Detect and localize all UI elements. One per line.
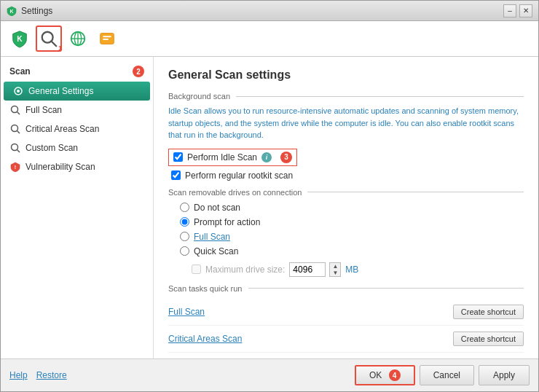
svg-line-16 — [17, 131, 20, 134]
main-panel: General Scan settings Background scan Id… — [154, 57, 538, 358]
radio-full-scan: Full Scan — [180, 232, 524, 242]
bottom-bar: Help Restore OK 4 Cancel Apply — [1, 358, 538, 391]
perform-idle-scan-row: Perform Idle Scan i 3 — [168, 149, 297, 166]
toolbar-protection-icon[interactable]: K — [7, 26, 33, 52]
radio-do-not-scan: Do not scan — [180, 203, 524, 213]
svg-point-15 — [12, 125, 18, 132]
create-shortcut-critical-areas-button[interactable]: Create shortcut — [453, 332, 524, 346]
full-scan-icon — [9, 104, 21, 116]
title-bar-title: K Settings — [7, 6, 52, 16]
main-title: General Scan settings — [168, 68, 524, 82]
title-icon: K — [7, 6, 17, 16]
svg-point-13 — [12, 106, 18, 113]
radio-quick-scan: Quick Scan — [180, 246, 524, 256]
svg-point-12 — [17, 90, 20, 93]
sidebar-item-critical-areas[interactable]: Critical Areas Scan — [1, 119, 153, 138]
help-link[interactable]: Help — [9, 370, 28, 380]
badge-4: 4 — [389, 369, 401, 381]
vulnerability-scan-icon: ! — [9, 161, 21, 173]
idle-scan-info: Idle Scan allows you to run resource-int… — [168, 105, 524, 141]
custom-scan-icon — [9, 142, 21, 154]
removable-scan-section-header: Scan removable drives on connection — [168, 188, 524, 197]
removable-drive-options: Do not scan Prompt for action Full Scan … — [180, 203, 524, 256]
badge-3: 3 — [280, 152, 292, 163]
bg-scan-section-header: Background scan — [168, 92, 524, 101]
perform-idle-scan-checkbox[interactable] — [173, 152, 183, 162]
svg-text:K: K — [9, 9, 13, 14]
apply-button[interactable]: Apply — [479, 365, 530, 385]
toolbar-web-icon[interactable] — [65, 26, 91, 52]
close-button[interactable]: ✕ — [519, 4, 532, 17]
minimize-button[interactable]: – — [503, 4, 516, 17]
bottom-buttons: OK 4 Cancel Apply — [355, 365, 530, 385]
sidebar-section-title: Scan 2 — [1, 63, 153, 82]
toolbar: K 1 — [1, 21, 538, 57]
radio-quick-scan-input[interactable] — [180, 246, 189, 256]
critical-areas-icon — [9, 123, 21, 135]
sidebar-badge: 2 — [133, 66, 144, 77]
spinner-down[interactable]: ▼ — [330, 270, 340, 276]
perform-rootkit-checkbox[interactable] — [171, 170, 181, 180]
radio-prompt-for-action-input[interactable] — [180, 217, 189, 227]
ok-button[interactable]: OK 4 — [355, 365, 415, 385]
svg-rect-9 — [103, 36, 111, 37]
shortcut-row-vulnerability-scan: Vulnerability Scan Create shortcut — [168, 353, 524, 359]
radio-full-scan-input[interactable] — [180, 232, 189, 241]
bottom-links: Help Restore — [9, 370, 67, 380]
svg-line-18 — [17, 150, 20, 153]
title-bar: K Settings – ✕ — [1, 1, 538, 21]
toolbar-update-icon[interactable] — [94, 26, 120, 52]
sidebar: Scan 2 General Settings — [1, 57, 154, 358]
max-drive-input[interactable] — [289, 262, 326, 277]
content-area: Scan 2 General Settings — [1, 57, 538, 358]
max-drive-checkbox[interactable] — [192, 264, 201, 274]
svg-line-14 — [17, 112, 20, 115]
cancel-button[interactable]: Cancel — [420, 365, 474, 385]
svg-line-3 — [52, 42, 57, 47]
svg-point-17 — [12, 144, 18, 151]
radio-prompt-for-action: Prompt for action — [180, 217, 524, 227]
perform-rootkit-row: Perform regular rootkit scan — [171, 170, 524, 181]
svg-text:K: K — [17, 35, 23, 43]
shortcut-row-critical-areas: Critical Areas Scan Create shortcut — [168, 326, 524, 353]
idle-scan-info-icon[interactable]: i — [261, 152, 272, 162]
sidebar-item-custom-scan[interactable]: Custom Scan — [1, 138, 153, 157]
shortcut-table: Full Scan Create shortcut Critical Areas… — [168, 299, 524, 359]
title-bar-controls: – ✕ — [503, 4, 532, 17]
radio-do-not-scan-input[interactable] — [180, 203, 189, 212]
settings-window: K Settings – ✕ K 1 — [0, 0, 539, 392]
sidebar-item-vulnerability-scan[interactable]: ! Vulnerability Scan — [1, 157, 153, 176]
general-settings-icon — [12, 85, 24, 97]
toolbar-scan-icon[interactable]: 1 — [36, 26, 62, 52]
spinner-buttons: ▲ ▼ — [329, 262, 341, 277]
sidebar-item-general-settings[interactable]: General Settings — [4, 82, 150, 101]
quick-run-section-header: Scan tasks quick run — [168, 284, 524, 293]
restore-link[interactable]: Restore — [36, 370, 67, 380]
toolbar-scan-badge: 1 — [58, 44, 62, 52]
max-drive-size-row: Maximum drive size: ▲ ▼ MB — [192, 262, 524, 277]
svg-rect-10 — [103, 39, 108, 40]
create-shortcut-full-scan-button[interactable]: Create shortcut — [453, 305, 524, 319]
sidebar-item-full-scan[interactable]: Full Scan — [1, 101, 153, 119]
svg-text:!: ! — [15, 165, 16, 170]
spinner-up[interactable]: ▲ — [330, 263, 340, 270]
shortcut-row-full-scan: Full Scan Create shortcut — [168, 299, 524, 326]
